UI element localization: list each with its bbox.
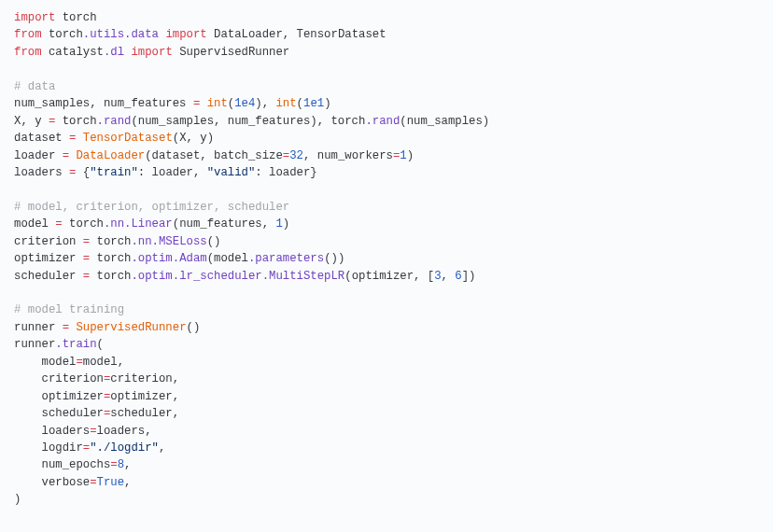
code-token: (num_features, [173, 217, 276, 231]
code-token: ) [324, 97, 330, 110]
code-token: scheduler [14, 407, 104, 420]
code-token: .train [55, 338, 96, 351]
code-token: X, y [14, 115, 49, 128]
code-token: .optim [131, 270, 172, 283]
code-token: TensorDataset [83, 132, 173, 145]
code-token: 1e1 [303, 97, 324, 110]
code-token: criterion, [110, 372, 179, 385]
code-token: scheduler, [110, 407, 179, 420]
code-token: num_workers [317, 149, 393, 162]
code-token: int [207, 97, 228, 110]
code-line: scheduler=scheduler, [14, 407, 179, 420]
code-token: verbose [14, 476, 90, 489]
code-token: "train" [90, 166, 138, 179]
code-token: ( [97, 338, 104, 351]
code-token: .dl [104, 46, 124, 59]
code-line: from catalyst.dl import SupervisedRunner [14, 46, 289, 59]
code-token: torch [90, 252, 131, 265]
code-token: = [90, 476, 96, 489]
code-token: .optim [131, 252, 172, 265]
code-token: # data [14, 80, 55, 93]
code-line: model = torch.nn.Linear(num_features, 1) [14, 217, 289, 231]
code-token: ( [297, 97, 303, 110]
code-token: .lr_scheduler [173, 270, 262, 283]
code-token: dataset [14, 132, 69, 145]
code-line: import torch [14, 11, 97, 24]
code-token: (X, y) [173, 132, 214, 145]
code-line: num_epochs=8, [14, 458, 131, 471]
code-line: verbose=True, [14, 476, 132, 489]
code-token: , [124, 458, 131, 471]
code-token: ), [255, 97, 275, 110]
code-token: from [14, 28, 42, 41]
code-token: : loader} [255, 166, 316, 179]
code-line: criterion = torch.nn.MSELoss() [14, 235, 220, 248]
code-token: torch [90, 270, 131, 283]
code-token: torch [42, 28, 83, 41]
code-token: ) [283, 217, 289, 231]
code-line: scheduler = torch.optim.lr_scheduler.Mul… [14, 270, 476, 283]
code-token: # model training [14, 303, 124, 316]
code-token: 1 [275, 217, 282, 231]
code-token: = [63, 321, 69, 334]
code-token: , [124, 476, 131, 489]
code-token: logdir [14, 441, 83, 455]
code-token: num_epochs [14, 458, 110, 471]
code-token: import [165, 28, 206, 41]
code-token: loaders, [97, 425, 152, 438]
code-token: 1 [400, 149, 406, 162]
code-line: runner.train( [14, 338, 104, 351]
code-token: (optimizer, [ [344, 270, 434, 283]
code-token: .data [124, 28, 159, 41]
code-token: torch [55, 115, 96, 128]
code-line: # model, criterion, optimizer, scheduler [14, 201, 289, 214]
code-token: , [303, 149, 317, 162]
code-token: ]) [462, 270, 476, 283]
code-line: loader = DataLoader(dataset, batch_size=… [14, 149, 414, 162]
code-block: import torch from torch.utils.data impor… [14, 9, 759, 509]
code-line: # data [14, 80, 55, 93]
code-token: loader [14, 149, 63, 162]
code-token: loaders [14, 166, 69, 179]
code-token: model, [83, 356, 124, 369]
code-token: optimizer, [110, 390, 179, 403]
code-token: num_samples, num_features [14, 97, 193, 110]
code-token [76, 132, 82, 145]
code-token: 8 [118, 458, 124, 471]
code-token: "./logdir" [90, 441, 159, 455]
code-token: { [76, 166, 90, 179]
code-line: optimizer = torch.optim.Adam(model.param… [14, 252, 344, 265]
code-token: runner [14, 321, 63, 334]
code-token: optimizer [14, 390, 104, 403]
code-line: # model training [14, 303, 124, 316]
code-token: .MultiStepLR [262, 270, 345, 283]
code-token: .nn [104, 217, 124, 231]
code-token: criterion [14, 235, 83, 248]
code-token: , [442, 270, 456, 283]
code-token: (num_samples) [400, 115, 489, 128]
code-token: () [207, 235, 221, 248]
code-line: ) [14, 493, 21, 506]
code-token: = [90, 425, 96, 438]
code-line: logdir="./logdir", [14, 441, 165, 455]
code-line: num_samples, num_features = int(1e4), in… [14, 97, 331, 110]
code-token: from [14, 46, 42, 59]
code-token: "valid" [207, 166, 256, 179]
code-token: () [187, 321, 201, 334]
code-token: .nn [131, 235, 151, 248]
code-token: .rand [97, 115, 132, 128]
code-token: int [275, 97, 296, 110]
code-token: scheduler [14, 270, 83, 283]
code-token [200, 97, 206, 110]
code-token: .rand [365, 115, 400, 128]
code-line: X, y = torch.rand(num_samples, num_featu… [14, 115, 489, 128]
code-token: ()) [324, 252, 344, 265]
code-token: .MSELoss [152, 235, 207, 248]
code-token: .utils [83, 28, 124, 41]
code-token: SupervisedRunner [173, 46, 289, 59]
code-token: batch_size [214, 149, 283, 162]
code-token: criterion [14, 372, 104, 385]
code-token: .Linear [124, 217, 173, 231]
code-token: , [159, 441, 165, 455]
code-token: (num_samples, num_features), torch [131, 115, 365, 128]
